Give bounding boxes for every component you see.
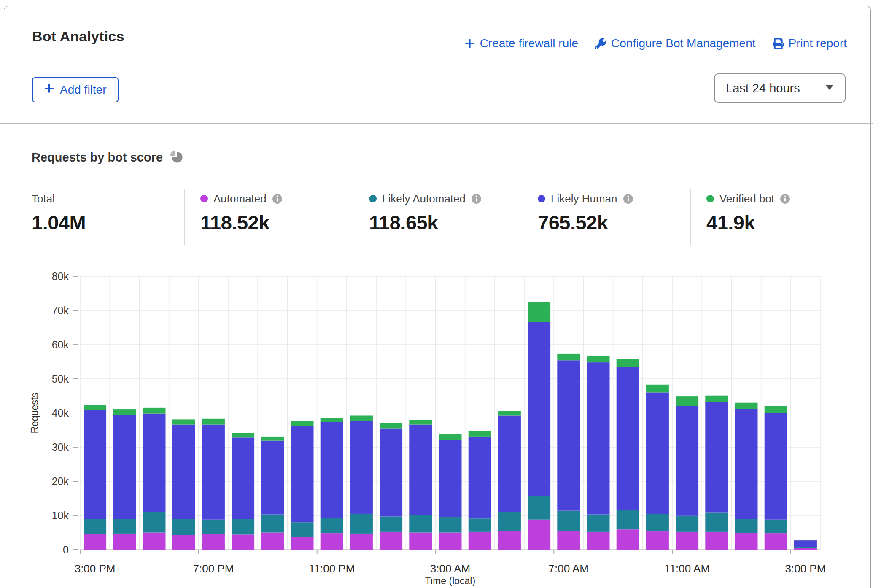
add-filter-label: Add filter: [60, 83, 107, 97]
bar-segment: [143, 533, 166, 550]
bar-segment: [113, 409, 136, 415]
legend-dot-likely-automated: [369, 195, 377, 202]
bar-segment: [291, 426, 314, 523]
bar-segment: [646, 385, 669, 393]
time-range-dropdown[interactable]: Last 24 hours: [714, 73, 846, 103]
bar-segment: [261, 437, 284, 441]
bar-segment: [84, 405, 106, 410]
bar-segment: [528, 302, 550, 322]
stat-label: Likely Human: [551, 192, 617, 205]
bar-segment: [469, 518, 491, 532]
page-title: Bot Analytics: [32, 28, 124, 45]
svg-text:0: 0: [63, 544, 69, 556]
svg-text:40k: 40k: [52, 407, 69, 419]
bar-segment: [143, 512, 166, 533]
stat-value: 41.9k: [706, 211, 790, 234]
bar-segment: [705, 396, 728, 402]
info-icon[interactable]: [272, 194, 283, 204]
bar-segment: [232, 437, 254, 519]
bar-segment: [794, 540, 817, 547]
bar-segment: [202, 419, 225, 425]
header-actions: Create firewall rule Configure Bot Manag…: [464, 37, 847, 50]
svg-text:50k: 50k: [52, 373, 69, 385]
time-range-value: Last 24 hours: [726, 81, 800, 95]
bar-segment: [557, 354, 580, 360]
stat-total: Total 1.04M: [32, 192, 86, 234]
bar-segment: [617, 359, 639, 367]
wrench-icon: [595, 38, 606, 49]
bar-segment: [735, 409, 758, 519]
bar-segment: [291, 537, 314, 550]
bar-segment: [646, 531, 669, 550]
bar-segment: [439, 517, 462, 532]
bar-segment: [409, 420, 432, 424]
bar-segment: [202, 425, 225, 520]
bar-segment: [498, 411, 521, 416]
stat-label: Automated: [213, 192, 267, 205]
bar-segment: [498, 512, 521, 531]
bar-segment: [143, 414, 166, 512]
svg-text:60k: 60k: [52, 339, 69, 351]
info-icon[interactable]: [623, 194, 633, 204]
bar-segment: [765, 520, 787, 533]
bar-segment: [84, 534, 106, 550]
svg-text:Requests: Requests: [29, 392, 40, 433]
bar-segment: [528, 520, 550, 550]
bar-segment: [380, 428, 402, 516]
bar-segment: [232, 433, 254, 437]
bar-segment: [350, 415, 373, 421]
bar-segment: [202, 520, 225, 534]
svg-text:7:00 AM: 7:00 AM: [549, 562, 589, 575]
bar-segment: [676, 532, 698, 550]
bar-segment: [676, 396, 698, 406]
bar-segment: [646, 514, 669, 531]
bar-segment: [557, 360, 580, 510]
svg-text:Time (local): Time (local): [425, 575, 475, 586]
svg-text:80k: 80k: [52, 270, 69, 282]
bar-segment: [735, 533, 758, 550]
bar-segment: [498, 415, 521, 512]
bar-segment: [409, 425, 432, 515]
stat-automated: Automated 118.52k: [200, 192, 283, 234]
action-label: Create firewall rule: [480, 37, 578, 50]
bar-segment: [498, 531, 521, 550]
bar-segment: [617, 367, 639, 510]
stat-divider: [353, 189, 353, 245]
bar-segment: [172, 535, 195, 550]
bar-segment: [765, 406, 787, 413]
create-firewall-rule-link[interactable]: Create firewall rule: [464, 37, 578, 50]
bar-segment: [321, 533, 343, 550]
action-label: Configure Bot Management: [611, 37, 755, 50]
add-filter-button[interactable]: Add filter: [32, 77, 119, 102]
plus-icon: [464, 38, 475, 49]
configure-bot-management-link[interactable]: Configure Bot Management: [595, 37, 755, 50]
action-label: Print report: [789, 37, 847, 50]
bar-segment: [735, 403, 758, 409]
bar-segment: [794, 547, 817, 548]
print-report-link[interactable]: Print report: [773, 37, 847, 50]
bar-segment: [261, 441, 284, 515]
stat-likely-automated: Likely Automated 118.65k: [369, 192, 482, 234]
stat-divider: [522, 189, 522, 245]
bar-segment: [84, 519, 106, 534]
legend-dot-automated: [200, 195, 208, 202]
stat-value: 118.52k: [200, 211, 283, 234]
bar-segment: [735, 519, 758, 533]
bar-segment: [617, 529, 639, 550]
requests-by-bot-score-chart[interactable]: 010k20k30k40k50k60k70k80k3:00 PM7:00 PM1…: [0, 253, 873, 588]
info-icon[interactable]: [471, 194, 482, 204]
bar-segment: [705, 532, 728, 550]
stats-row: Total 1.04M Automated 118.52k Likely Aut…: [0, 189, 873, 245]
info-icon[interactable]: [780, 194, 790, 204]
bar-segment: [409, 533, 432, 550]
bar-segment: [409, 515, 432, 532]
svg-text:70k: 70k: [52, 305, 69, 316]
bar-segment: [676, 516, 698, 532]
stat-likely-human: Likely Human 765.52k: [538, 192, 633, 234]
stat-verified-bot: Verified bot 41.9k: [706, 192, 790, 234]
bar-segment: [113, 415, 136, 519]
stat-label: Verified bot: [719, 192, 774, 205]
printer-icon: [773, 38, 784, 49]
bar-segment: [350, 421, 373, 514]
svg-text:3:00 PM: 3:00 PM: [785, 562, 826, 575]
